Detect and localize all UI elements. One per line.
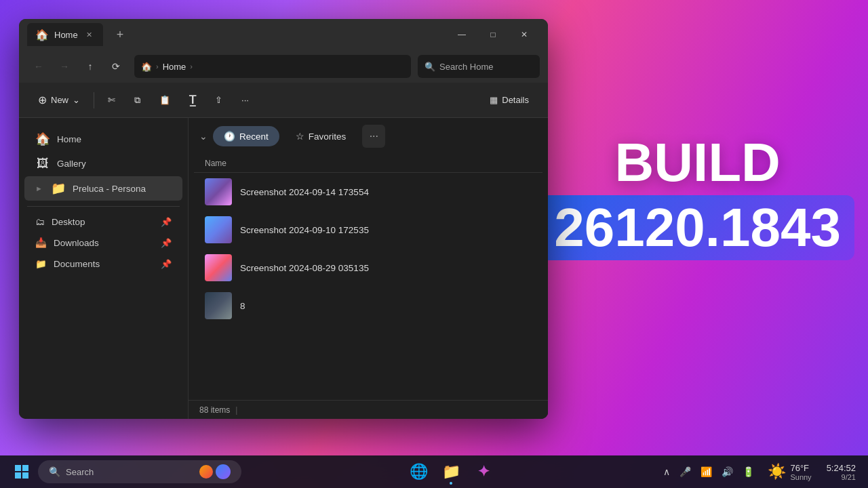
weather-info: 76°F Sunny: [790, 463, 811, 481]
file-thumbnail-3: [205, 254, 232, 281]
new-icon: ⊕: [38, 94, 47, 106]
title-bar: 🏠 Home ✕ + — □ ✕: [19, 19, 548, 50]
minimize-button[interactable]: —: [446, 24, 477, 45]
table-row[interactable]: Screenshot 2024-08-29 035135: [194, 249, 542, 287]
pin-icon-desktop: 📌: [161, 217, 172, 227]
file-explorer-window: 🏠 Home ✕ + — □ ✕ ← → ↑ ⟳ 🏠 › Home › 🔍 Se…: [19, 19, 548, 419]
filter-bar: ⌄ 🕐 Recent ☆ Favorites ···: [189, 118, 548, 155]
table-row[interactable]: Screenshot 2024-09-14 173554: [194, 173, 542, 211]
desktop-folder-icon: 🗂: [35, 217, 45, 227]
svg-rect-3: [22, 472, 28, 479]
main-content: ⌄ 🕐 Recent ☆ Favorites ··· Name: [189, 118, 548, 419]
cut-button[interactable]: ✄: [100, 91, 123, 109]
status-divider: |: [235, 405, 237, 415]
share-button[interactable]: ⇧: [207, 91, 231, 109]
share-icon: ⇧: [215, 95, 222, 105]
weather-widget[interactable]: ☀️ 76°F Sunny: [762, 460, 816, 484]
file-thumbnail-1: [205, 178, 232, 205]
filter-chevron-icon[interactable]: ⌄: [199, 131, 208, 142]
back-button[interactable]: ←: [27, 55, 50, 78]
file-name-4: 8: [240, 301, 245, 311]
sidebar-item-gallery[interactable]: 🖼 Gallery: [24, 152, 182, 176]
filter-more-icon: ···: [370, 130, 378, 142]
toolbar: ⊕ New ⌄ ✄ ⧉ 📋 T̲ ⇧ ··· ▦ Details: [19, 83, 548, 118]
taskbar-right: ∧ 🎤 📶 🔊 🔋 ☀️ 76°F Sunny 5:24:52 9/21: [660, 460, 860, 484]
taskbar-app-store[interactable]: ✦: [469, 457, 498, 487]
new-chevron: ⌄: [73, 95, 80, 105]
content-area: 🏠 Home 🖼 Gallery ► 📁 Preluca - Persona 🗂…: [19, 118, 548, 419]
tray-chevron-icon[interactable]: ∧: [660, 464, 673, 480]
weather-temperature: 76°F: [790, 463, 811, 473]
details-icon: ▦: [490, 95, 498, 105]
sidebar-documents-label: Documents: [54, 259, 100, 269]
new-label: New: [51, 95, 68, 105]
recent-clock-icon: 🕐: [224, 131, 235, 142]
clock-date: 9/21: [842, 473, 856, 481]
refresh-button[interactable]: ⟳: [104, 55, 127, 78]
column-header-name: Name: [194, 155, 542, 173]
start-button[interactable]: [8, 458, 35, 485]
up-button[interactable]: ↑: [79, 55, 102, 78]
address-sep1: ›: [156, 62, 159, 70]
sidebar-item-desktop[interactable]: 🗂 Desktop 📌: [24, 212, 182, 232]
battery-icon[interactable]: 🔋: [740, 464, 757, 480]
table-row[interactable]: Screenshot 2024-09-10 172535: [194, 211, 542, 249]
new-button[interactable]: ⊕ New ⌄: [30, 89, 88, 110]
nav-search-box[interactable]: 🔍 Search Home: [418, 55, 540, 78]
favorites-star-icon: ☆: [296, 131, 304, 142]
address-home-icon: 🏠: [141, 62, 152, 72]
sidebar-item-downloads[interactable]: 📥 Downloads 📌: [24, 232, 182, 253]
sidebar-downloads-label: Downloads: [54, 238, 99, 248]
favorites-filter-button[interactable]: ☆ Favorites: [285, 126, 357, 146]
item-count: 88 items: [199, 405, 230, 415]
store-icon: ✦: [476, 462, 491, 482]
file-explorer-icon: 📁: [442, 463, 460, 481]
fantastical-icon: 🌐: [410, 463, 428, 481]
sidebar-desktop-label: Desktop: [52, 217, 85, 227]
address-sep2: ›: [190, 62, 193, 70]
file-name-2: Screenshot 2024-09-10 172535: [240, 225, 369, 235]
sidebar-item-home[interactable]: 🏠 Home: [24, 127, 182, 151]
sidebar-item-personal[interactable]: ► 📁 Preluca - Persona: [24, 176, 182, 201]
recent-filter-button[interactable]: 🕐 Recent: [213, 126, 279, 146]
window-controls: — □ ✕: [446, 24, 540, 45]
search-icon: 🔍: [425, 62, 435, 72]
copy-icon: ⧉: [134, 95, 140, 106]
taskbar-apps: 🌐 📁 ✦: [241, 457, 660, 487]
documents-folder-icon: 📁: [35, 258, 47, 269]
wifi-icon[interactable]: 📶: [698, 464, 715, 480]
close-button[interactable]: ✕: [509, 24, 540, 45]
taskbar-app-file-explorer[interactable]: 📁: [436, 457, 466, 487]
copy-button[interactable]: ⧉: [126, 91, 149, 110]
new-tab-button[interactable]: +: [111, 25, 130, 45]
details-label: Details: [502, 95, 529, 105]
details-button[interactable]: ▦ Details: [481, 91, 537, 109]
file-thumbnail-4: [205, 292, 232, 319]
rename-button[interactable]: T̲: [181, 89, 204, 110]
system-tray: ∧ 🎤 📶 🔊 🔋: [660, 464, 757, 480]
clock-widget[interactable]: 5:24:52 9/21: [823, 462, 860, 483]
forward-button[interactable]: →: [53, 55, 76, 78]
sidebar-item-documents[interactable]: 📁 Documents 📌: [24, 253, 182, 274]
taskbar-search-box[interactable]: 🔍 Search: [38, 460, 241, 483]
window-tab[interactable]: 🏠 Home ✕: [27, 23, 103, 46]
sidebar: 🏠 Home 🖼 Gallery ► 📁 Preluca - Persona 🗂…: [19, 118, 189, 419]
clock-time: 5:24:52: [827, 463, 856, 473]
more-options-button[interactable]: ···: [233, 91, 257, 109]
filter-more-button[interactable]: ···: [362, 125, 385, 148]
status-bar: 88 items |: [189, 400, 548, 419]
taskbar-app-fantastical[interactable]: 🌐: [403, 457, 433, 487]
sidebar-divider: [27, 206, 180, 207]
maximize-button[interactable]: □: [477, 24, 509, 45]
expand-icon: ►: [35, 184, 43, 192]
search-placeholder: Search Home: [439, 62, 493, 72]
microphone-icon[interactable]: 🎤: [677, 464, 694, 480]
file-list: Name Screenshot 2024-09-14 173554 Screen…: [189, 155, 548, 400]
paste-button[interactable]: 📋: [151, 91, 178, 109]
volume-icon[interactable]: 🔊: [719, 464, 736, 480]
sidebar-home-label: Home: [57, 134, 81, 144]
table-row[interactable]: 8: [194, 287, 542, 325]
address-bar[interactable]: 🏠 › Home ›: [134, 55, 411, 78]
pin-icon-downloads: 📌: [161, 238, 172, 248]
tab-close-button[interactable]: ✕: [83, 29, 95, 41]
